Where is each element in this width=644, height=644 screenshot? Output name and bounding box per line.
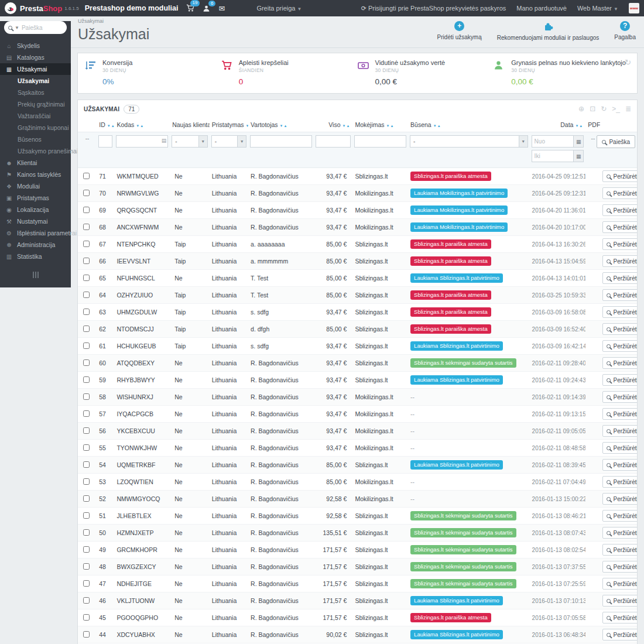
column-header[interactable]: Vartotojas▼▲ xyxy=(248,118,314,132)
sidebar-item[interactable]: ⌂Skydelis xyxy=(0,40,71,52)
column-header[interactable]: Mokėjimas▼▲ xyxy=(352,118,408,132)
view-order-button[interactable]: Peržiūrėti xyxy=(602,425,637,437)
filter-date-from-input[interactable] xyxy=(532,135,574,148)
sidebar-item[interactable]: ☻Klientai xyxy=(0,157,71,169)
search-input[interactable] xyxy=(22,25,63,31)
row-checkbox[interactable] xyxy=(83,207,90,213)
sidebar-item[interactable]: ☸Administracija xyxy=(0,239,71,251)
view-order-button[interactable]: Peržiūrėti xyxy=(602,374,637,386)
sidebar-item[interactable]: ⚙Išplėstiniai parametrai xyxy=(0,227,71,239)
sidebar-item[interactable]: ◉Lokalizacija xyxy=(0,204,71,215)
cart-icon[interactable]: 19 xyxy=(186,4,194,12)
help-button[interactable]: ? Pagalba xyxy=(614,21,636,41)
refresh-icon[interactable]: ↻ xyxy=(625,58,631,67)
filter-code-input[interactable] xyxy=(116,135,168,148)
filter-customer-input[interactable] xyxy=(250,135,312,148)
messages-icon[interactable]: ✉ xyxy=(218,4,225,13)
view-order-button[interactable]: Peržiūrėti xyxy=(602,510,637,522)
row-checkbox[interactable] xyxy=(83,342,90,349)
view-order-button[interactable]: Peržiūrėti xyxy=(602,476,637,488)
view-order-button[interactable]: Peržiūrėti xyxy=(602,544,637,556)
row-checkbox[interactable] xyxy=(83,478,90,485)
column-header[interactable]: Būsena▼▲ xyxy=(408,118,530,132)
sort-icons[interactable]: ▼▲ xyxy=(107,124,115,128)
row-checkbox[interactable] xyxy=(83,410,90,417)
sidebar-item[interactable]: ▦Užsakymai xyxy=(0,63,71,75)
row-checkbox[interactable] xyxy=(83,512,90,519)
filter-date-to-input[interactable] xyxy=(532,150,574,162)
add-icon[interactable]: ⊕ xyxy=(578,105,584,113)
row-checkbox[interactable] xyxy=(83,427,90,434)
column-header[interactable]: Viso▼▲ xyxy=(314,118,352,132)
sort-icons[interactable]: ▼▲ xyxy=(433,124,441,128)
row-checkbox[interactable] xyxy=(83,495,90,502)
sidebar-item[interactable]: ⚑Kainos taisyklės xyxy=(0,169,71,180)
sidebar-item[interactable]: ▤Katalogas xyxy=(0,52,71,63)
refresh-icon[interactable]: ↻ xyxy=(601,105,607,113)
user-menu[interactable]: Web Master ▼ xyxy=(577,5,618,12)
filter-status-select[interactable]: -▼ xyxy=(410,135,528,148)
row-checkbox[interactable] xyxy=(83,258,90,264)
filter-search-button[interactable]: Paieška xyxy=(597,135,635,148)
sort-icons[interactable]: ▼▲ xyxy=(280,124,288,128)
row-checkbox[interactable] xyxy=(83,393,90,400)
view-order-button[interactable]: Peržiūrėti xyxy=(602,527,637,539)
sql-manager-icon[interactable]: ≣ xyxy=(625,105,631,113)
quick-access-menu[interactable]: Greita prieiga ▼ xyxy=(256,5,302,12)
view-order-button[interactable]: Peržiūrėti xyxy=(602,357,637,369)
sidebar-subitem[interactable]: Sąskaitos xyxy=(0,87,71,98)
view-order-button[interactable]: Peržiūrėti xyxy=(602,561,637,573)
calendar-icon[interactable]: ▦ xyxy=(573,135,584,148)
row-checkbox[interactable] xyxy=(83,529,90,536)
row-checkbox[interactable] xyxy=(83,631,90,638)
view-order-button[interactable]: Peržiūrėti xyxy=(602,408,637,420)
sort-icons[interactable]: ▼▲ xyxy=(245,124,248,128)
filter-payment-input[interactable] xyxy=(354,135,406,148)
column-header[interactable]: ID▼▲ xyxy=(97,118,114,132)
recommended-modules-button[interactable]: Rekomenduojami moduliai ir paslaugos xyxy=(497,21,600,41)
filter-delivery-select[interactable]: -▼ xyxy=(211,135,246,148)
row-checkbox[interactable] xyxy=(83,190,90,196)
sidebar-item[interactable]: ❖Moduliai xyxy=(0,180,71,192)
row-checkbox[interactable] xyxy=(83,224,90,230)
view-order-button[interactable]: Peržiūrėti xyxy=(602,187,637,199)
export-icon[interactable]: ⊡ xyxy=(590,105,595,113)
sidebar-subitem[interactable]: Užsakymo pranešimai xyxy=(0,145,71,157)
sidebar-subitem[interactable]: Būsenos xyxy=(0,133,71,145)
filter-new-client-select[interactable]: -▼ xyxy=(172,135,207,148)
sidebar-subitem[interactable]: Prekių grąžinimai xyxy=(0,98,71,110)
row-checkbox[interactable] xyxy=(83,546,90,553)
row-checkbox[interactable] xyxy=(83,292,90,298)
filter-total-input[interactable] xyxy=(316,135,351,148)
user-avatar[interactable]: www xyxy=(629,3,639,13)
sort-icons[interactable]: ▼▲ xyxy=(575,124,583,128)
sidebar-collapse-handle[interactable] xyxy=(30,272,42,278)
view-order-button[interactable]: Peržiūrėti xyxy=(602,578,637,590)
view-order-button[interactable]: Peržiūrėti xyxy=(602,204,637,216)
view-order-button[interactable]: Peržiūrėti xyxy=(602,238,637,250)
view-order-button[interactable]: Peržiūrėti xyxy=(602,306,637,318)
view-order-button[interactable]: Peržiūrėti xyxy=(602,391,637,403)
customers-notification-icon[interactable]: 6 xyxy=(203,5,210,12)
column-header[interactable]: Data▼▲ xyxy=(530,118,586,132)
row-checkbox[interactable] xyxy=(83,461,90,468)
row-checkbox[interactable] xyxy=(83,275,90,281)
view-order-button[interactable]: Peržiūrėti xyxy=(602,340,637,352)
view-order-button[interactable]: Peržiūrėti xyxy=(602,459,637,471)
view-order-button[interactable]: Peržiūrėti xyxy=(602,442,637,454)
column-header[interactable]: Kodas▼▲ xyxy=(114,118,170,132)
row-checkbox[interactable] xyxy=(83,580,90,587)
view-order-button[interactable]: Peržiūrėti xyxy=(602,255,637,267)
my-shop-link[interactable]: Mano parduotuvė xyxy=(516,5,567,12)
sort-icons[interactable]: ▼▲ xyxy=(386,124,395,128)
view-order-button[interactable]: Peržiūrėti xyxy=(602,323,637,335)
view-order-button[interactable]: Peržiūrėti xyxy=(602,595,637,607)
add-order-button[interactable]: + Pridėti užsakymą xyxy=(437,21,482,41)
sidebar-subitem[interactable]: Užsakymai xyxy=(0,75,71,87)
view-order-button[interactable]: Peržiūrėti xyxy=(602,170,637,182)
view-order-button[interactable]: Peržiūrėti xyxy=(602,221,637,233)
sort-icons[interactable]: ▼▲ xyxy=(136,124,144,128)
sort-icons[interactable]: ▼▲ xyxy=(342,124,351,128)
sidebar-subitem[interactable]: Grąžinimo kuponai xyxy=(0,122,71,133)
filter-id-input[interactable] xyxy=(98,135,112,148)
